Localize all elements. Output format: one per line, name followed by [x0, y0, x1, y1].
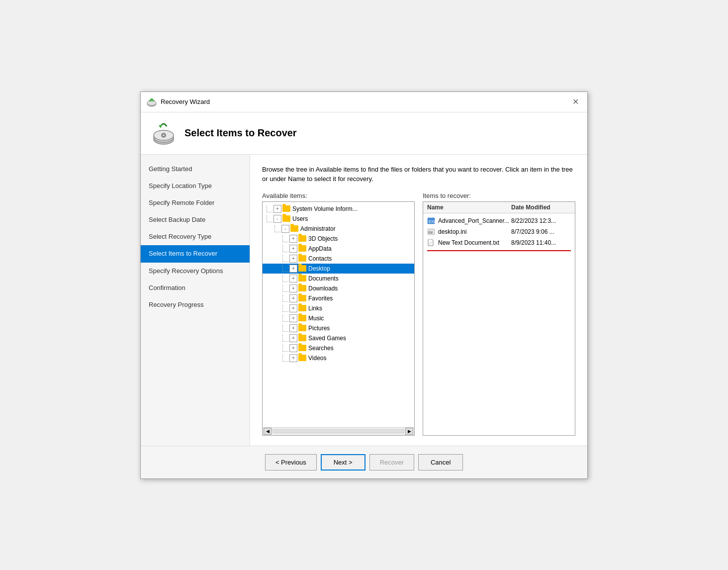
- tree-item[interactable]: -Users: [263, 214, 414, 224]
- file-date: 8/22/2023 12:3...: [511, 217, 571, 224]
- folder-icon: [282, 205, 290, 212]
- folder-icon: [298, 295, 306, 301]
- tree-item[interactable]: +3D Objects: [263, 234, 414, 244]
- tree-expander[interactable]: +: [289, 324, 297, 332]
- sidebar-item[interactable]: Specify Recovery Options: [141, 263, 250, 280]
- scroll-left-button[interactable]: ◀: [264, 428, 272, 435]
- tree-expander[interactable]: +: [289, 265, 297, 273]
- tree-item[interactable]: +Favorites: [263, 293, 414, 303]
- tree-item-label: Documents: [308, 275, 339, 282]
- sidebar-item[interactable]: Confirmation: [141, 280, 250, 296]
- tree-expander[interactable]: +: [289, 354, 297, 362]
- tree-item-label: Music: [308, 315, 324, 322]
- sidebar-item[interactable]: Select Recovery Type: [141, 228, 250, 245]
- horizontal-scrollbar[interactable]: ◀ ▶: [263, 427, 414, 435]
- folder-icon: [298, 265, 306, 272]
- sidebar-item[interactable]: Recovery Progress: [141, 296, 250, 313]
- tree-item[interactable]: +System Volume Inform...: [263, 204, 414, 214]
- tree-expander[interactable]: +: [289, 304, 297, 312]
- tree-item-label: Links: [308, 305, 322, 312]
- tree-item[interactable]: +Searches: [263, 343, 414, 353]
- tree-item[interactable]: +Music: [263, 313, 414, 323]
- cancel-button[interactable]: Cancel: [418, 454, 463, 471]
- sidebar-item[interactable]: Select Items to Recover: [141, 245, 250, 262]
- description-text: Browse the tree in Available items to fi…: [262, 165, 575, 184]
- next-button[interactable]: Next >: [321, 454, 365, 471]
- tree-panel: Available items: +System Volume Inform..…: [262, 192, 415, 436]
- sidebar-item[interactable]: Select Backup Date: [141, 211, 250, 228]
- scroll-right-button[interactable]: ▶: [405, 428, 413, 435]
- previous-button[interactable]: < Previous: [265, 454, 317, 471]
- table-header: Name Date Modified: [423, 202, 575, 213]
- svg-marker-9: [159, 124, 163, 128]
- tree-expander[interactable]: +: [289, 275, 297, 283]
- folder-icon: [298, 275, 306, 282]
- sidebar-item[interactable]: Specify Remote Folder: [141, 194, 250, 211]
- tree-expander[interactable]: +: [289, 334, 297, 342]
- page-title: Select Items to Recover: [184, 127, 297, 139]
- tree-item[interactable]: +Saved Games: [263, 333, 414, 343]
- header-recovery-icon: [151, 120, 177, 146]
- tree-item[interactable]: +Videos: [263, 353, 414, 363]
- tree-expander[interactable]: +: [289, 314, 297, 322]
- content-area: Getting StartedSpecify Location TypeSpec…: [141, 155, 587, 446]
- tree-item-label: Saved Games: [308, 335, 346, 342]
- items-panel: Items to recover: Name Date Modified EXE…: [423, 192, 575, 436]
- sidebar-item[interactable]: Getting Started: [141, 161, 250, 178]
- folder-icon: [298, 325, 306, 331]
- tree-expander[interactable]: +: [289, 235, 297, 243]
- close-button[interactable]: ✕: [569, 96, 581, 108]
- tree-item[interactable]: +Documents: [263, 274, 414, 284]
- items-table-body[interactable]: EXEAdvanced_Port_Scanner...8/22/2023 12:…: [423, 213, 575, 435]
- column-date-modified: Date Modified: [511, 204, 571, 211]
- tree-expander[interactable]: +: [289, 294, 297, 302]
- folder-icon: [282, 215, 290, 222]
- folder-icon: [298, 245, 306, 252]
- file-icon: INI: [427, 228, 435, 236]
- tree-expander[interactable]: +: [289, 344, 297, 352]
- svg-point-8: [163, 134, 165, 136]
- tree-item[interactable]: +Downloads: [263, 284, 414, 293]
- items-table[interactable]: Name Date Modified EXEAdvanced_Port_Scan…: [423, 201, 575, 436]
- folder-icon: [298, 285, 306, 291]
- recovery-wizard-window: Recovery Wizard ✕ Select Items to Recove…: [140, 92, 588, 479]
- tree-expander[interactable]: -: [273, 215, 281, 223]
- file-icon: EXE: [427, 217, 435, 225]
- tree-item[interactable]: +Pictures: [263, 323, 414, 333]
- header-section: Select Items to Recover: [141, 112, 587, 155]
- file-icon: [427, 239, 435, 247]
- tree-item[interactable]: +AppData: [263, 244, 414, 254]
- file-name: Advanced_Port_Scanner...: [438, 217, 511, 224]
- table-row[interactable]: EXEAdvanced_Port_Scanner...8/22/2023 12:…: [423, 215, 575, 226]
- tree-expander[interactable]: +: [289, 285, 297, 292]
- sidebar-item[interactable]: Specify Location Type: [141, 178, 250, 194]
- tree-expander[interactable]: +: [289, 255, 297, 263]
- tree-item[interactable]: +Desktop: [263, 264, 414, 274]
- tree-item-label: Videos: [308, 355, 326, 362]
- tree-container[interactable]: +System Volume Inform...-Users-Administr…: [262, 201, 415, 436]
- folder-icon: [298, 355, 306, 361]
- recover-button[interactable]: Recover: [369, 454, 414, 471]
- tree-item-label: Users: [292, 215, 308, 222]
- tree-item-label: Downloads: [308, 285, 338, 292]
- panels-row: Available items: +System Volume Inform..…: [262, 192, 575, 436]
- table-row[interactable]: INIdesktop.ini8/7/2023 9:06 ...: [423, 226, 575, 237]
- table-row[interactable]: New Text Document.txt8/9/2023 11:40...: [423, 237, 575, 248]
- file-name: desktop.ini: [438, 228, 511, 235]
- app-icon: [147, 97, 157, 107]
- tree-item[interactable]: +Links: [263, 303, 414, 313]
- tree-item-label: System Volume Inform...: [292, 205, 358, 212]
- tree-expander[interactable]: -: [281, 225, 289, 233]
- tree-item-label: Desktop: [308, 265, 330, 272]
- tree-scroll[interactable]: +System Volume Inform...-Users-Administr…: [263, 202, 414, 427]
- folder-icon: [298, 335, 306, 341]
- tree-item[interactable]: -Administrator: [263, 224, 414, 234]
- available-items-label: Available items:: [262, 192, 415, 199]
- scroll-track[interactable]: [273, 429, 404, 433]
- tree-expander[interactable]: +: [273, 205, 281, 213]
- folder-icon: [298, 305, 306, 311]
- tree-expander[interactable]: +: [289, 245, 297, 253]
- tree-item-label: Searches: [308, 345, 334, 352]
- tree-item[interactable]: +Contacts: [263, 254, 414, 264]
- tree-item-label: 3D Objects: [308, 235, 338, 242]
